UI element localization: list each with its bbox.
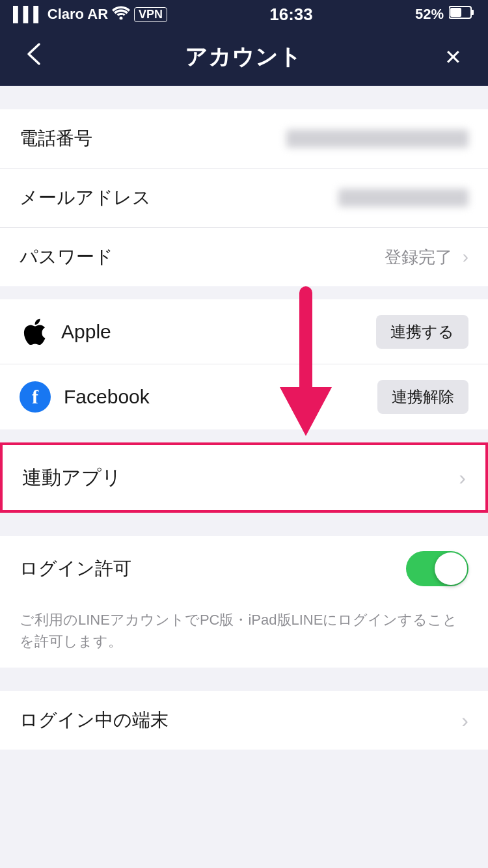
email-row: メールアドレス [0,169,488,227]
login-allow-row: ログイン許可 [0,536,488,601]
email-value [338,189,468,207]
facebook-disconnect-button[interactable]: 連携解除 [377,380,468,414]
devices-chevron: › [461,709,468,733]
svg-point-0 [120,17,123,20]
linked-apps-section[interactable]: 連動アプリ › [0,442,488,513]
login-desc: ご利用のLINEアカウントでPC版・iPad版LINEにログインすることを許可し… [0,601,488,668]
svg-rect-2 [471,10,474,15]
phone-group: 電話番号 [0,109,488,168]
phone-blurred [286,129,468,148]
linked-apps-label: 連動アプリ [22,465,122,491]
close-button[interactable]: ✕ [438,38,468,76]
section-gap-top [0,86,488,109]
toggle-knob [435,552,467,585]
battery-text: 52% [415,6,444,23]
apple-left: Apple [20,318,111,346]
section-gap-3 [0,429,488,442]
apple-group: Apple 連携する f Facebook 連携解除 [0,299,488,429]
devices-group: ログイン中の端末 › [0,691,488,750]
password-chevron: › [463,247,468,267]
email-label: メールアドレス [20,185,151,210]
email-blurred [338,189,468,207]
section-gap-bottom [0,750,488,773]
page-title: アカウント [185,42,302,72]
signal-icon: ▌▌▌ [13,6,44,23]
wifi-icon [112,5,130,23]
section-gap-4 [0,513,488,536]
email-group: メールアドレス [0,169,488,227]
apple-connect-button[interactable]: 連携する [376,315,468,349]
password-group: パスワード 登録完了 › [0,228,488,286]
devices-label: ログイン中の端末 [20,708,169,733]
section-gap-2 [0,286,488,299]
apple-icon [20,318,48,346]
facebook-label: Facebook [64,386,150,408]
status-right: 52% [415,5,475,23]
status-left: ▌▌▌ Claro AR VPN [13,5,167,23]
back-button[interactable] [20,35,48,79]
svg-marker-5 [280,387,332,436]
login-allow-toggle[interactable] [406,551,468,586]
phone-value [286,129,468,148]
facebook-icon: f [20,381,51,413]
facebook-left: f Facebook [20,381,150,413]
login-allow-group: ログイン許可 ご利用のLINEアカウントでPC版・iPad版LINEにログインす… [0,536,488,668]
section-gap-5 [0,668,488,691]
battery-icon [449,5,475,23]
password-row[interactable]: パスワード 登録完了 › [0,228,488,286]
password-status: 登録完了 [385,246,452,269]
status-bar: ▌▌▌ Claro AR VPN 16:33 52% [0,0,488,29]
phone-row: 電話番号 [0,109,488,168]
svg-rect-3 [450,8,461,17]
time-display: 16:33 [269,5,313,25]
carrier-name: Claro AR [47,6,108,23]
apple-label: Apple [61,321,111,343]
login-allow-label: ログイン許可 [20,556,131,581]
vpn-badge: VPN [134,7,167,22]
red-arrow [273,286,338,442]
phone-label: 電話番号 [20,126,92,151]
password-value: 登録完了 › [385,246,468,269]
apple-row: Apple 連携する [0,299,488,364]
linked-apps-chevron: › [459,466,466,490]
facebook-row: f Facebook 連携解除 [0,364,488,429]
linked-apps-row[interactable]: 連動アプリ › [3,445,485,510]
nav-bar: アカウント ✕ [0,29,488,86]
password-label: パスワード [20,245,113,269]
devices-row[interactable]: ログイン中の端末 › [0,691,488,750]
